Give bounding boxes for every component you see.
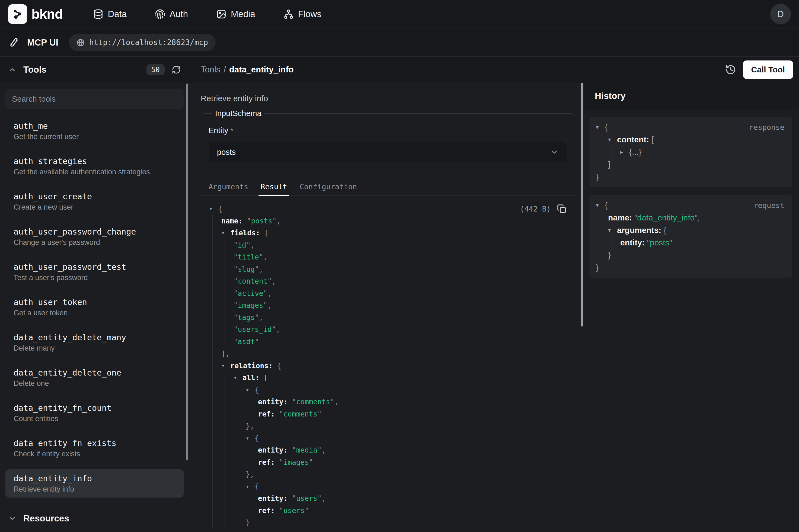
tool-list-item[interactable]: data_entity_delete_many Delete many — [5, 328, 184, 357]
indent-guide — [225, 516, 237, 529]
result-json-meta: (442 B) — [520, 204, 567, 214]
tool-name: data_entity_delete_many — [14, 332, 175, 343]
json-line: ▾{ — [209, 203, 567, 215]
tools-title: Tools — [23, 64, 46, 75]
history-entry-card[interactable]: response ▾{▾content: [▸{...}]} — [589, 117, 792, 187]
tool-list-item[interactable]: auth_user_create Create a new user — [5, 187, 184, 215]
tab[interactable]: Configuration — [300, 178, 357, 195]
json-tokens: { — [255, 384, 259, 396]
json-tokens: {...} — [629, 146, 642, 158]
json-tokens: "asdf" — [233, 336, 259, 348]
expand-resources-button[interactable] — [8, 514, 16, 522]
json-line: } — [596, 171, 785, 183]
resources-section-header[interactable]: Resources — [0, 505, 189, 532]
indent-guide — [237, 420, 249, 432]
nav-item-flows[interactable]: Flows — [283, 9, 321, 19]
indent-guide — [249, 505, 261, 517]
tool-name: auth_user_token — [14, 297, 175, 308]
collapse-tools-button[interactable] — [8, 65, 16, 74]
tool-list-item[interactable]: data_entity_fn_exists Check if entity ex… — [5, 434, 184, 462]
json-line: ] — [596, 158, 785, 171]
indent-guide — [249, 408, 261, 420]
tab[interactable]: Result — [261, 178, 287, 195]
json-line: }, — [209, 420, 567, 432]
indent-guide — [237, 456, 249, 469]
json-line: "images", — [209, 299, 567, 311]
tool-list-item[interactable]: auth_strategies Get the available authen… — [5, 152, 184, 180]
json-tokens: { — [218, 203, 222, 215]
json-line: name: "posts", — [209, 215, 567, 227]
history-title: History — [595, 91, 626, 101]
json-tokens: "title", — [233, 251, 267, 263]
json-tokens: } — [596, 171, 598, 183]
json-line: ], — [209, 348, 567, 360]
json-tokens: all: [ — [243, 372, 268, 384]
main-scrollbar-thumb[interactable] — [581, 83, 583, 326]
tool-name: auth_strategies — [14, 156, 175, 167]
indent-guide — [225, 287, 237, 300]
chevron-up-icon — [8, 65, 16, 74]
history-entry-card[interactable]: request ▾{name: "data_entity_info",▾argu… — [589, 195, 792, 278]
nav-label: Flows — [298, 9, 321, 19]
search-input[interactable] — [5, 89, 184, 109]
bknd-logo[interactable]: bknd — [8, 4, 63, 24]
tool-list-item[interactable]: auth_user_token Get a user token — [5, 293, 184, 321]
indent-guide — [237, 432, 249, 444]
tab[interactable]: Arguments — [209, 178, 248, 195]
caret-expanded-icon[interactable]: ▾ — [596, 121, 605, 133]
indent-guide — [225, 299, 237, 311]
indent-guide — [212, 420, 225, 432]
json-tokens: ref: "users" — [258, 505, 309, 517]
tool-name: data_entity_info — [14, 473, 175, 484]
tab-label: Arguments — [209, 183, 248, 191]
copy-button[interactable] — [557, 204, 567, 214]
indent-guide — [212, 275, 225, 287]
tool-list-item[interactable]: auth_user_password_change Change a user'… — [5, 223, 184, 251]
user-avatar[interactable]: D — [770, 4, 791, 24]
bknd-logo-icon — [8, 4, 27, 24]
json-line: } — [209, 516, 567, 529]
tool-list-item[interactable]: data_entity_delete_one Delete one — [5, 364, 184, 392]
indent-guide — [225, 505, 237, 517]
history-button[interactable] — [725, 64, 736, 75]
tab-bar: Arguments Result Configuration — [201, 178, 575, 196]
json-line: ▾{ — [209, 432, 567, 444]
nav-item-data[interactable]: Data — [93, 9, 127, 19]
call-tool-button[interactable]: Call Tool — [743, 60, 793, 79]
tool-list-item[interactable]: data_entity_info Retrieve entity info — [5, 469, 184, 498]
nav-label: Data — [108, 9, 127, 19]
tool-name: data_entity_fn_exists — [14, 438, 175, 449]
indent-guide — [212, 311, 225, 324]
entity-select[interactable]: posts — [209, 142, 567, 162]
tool-list-item[interactable]: auth_me Get the current user — [5, 117, 184, 145]
indent-guide — [599, 146, 611, 158]
indent-guide — [212, 480, 225, 493]
caret-expanded-icon[interactable]: ▾ — [209, 203, 218, 215]
json-tokens: "active", — [233, 287, 272, 300]
indent-guide — [225, 444, 237, 456]
tool-name: auth_me — [14, 120, 175, 132]
nav-item-auth[interactable]: Auth — [155, 9, 188, 19]
breadcrumb-tools-link[interactable]: Tools — [201, 65, 220, 75]
chevron-down-icon — [8, 514, 16, 522]
tool-name: auth_user_password_change — [14, 226, 175, 238]
tool-name: data_entity_delete_one — [14, 367, 175, 379]
tool-description: Create a new user — [14, 202, 175, 212]
caret-expanded-icon[interactable]: ▾ — [596, 199, 605, 211]
json-line: ref: "comments" — [209, 408, 567, 420]
nav-item-media[interactable]: Media — [216, 9, 255, 19]
tool-list-item[interactable]: auth_user_password_test Test a user's pa… — [5, 258, 184, 286]
brand-name: bknd — [32, 6, 63, 22]
refresh-tools-button[interactable] — [172, 65, 181, 74]
mcp-logo-icon — [9, 37, 21, 48]
sidebar-scrollbar-thumb[interactable] — [186, 83, 188, 460]
resources-title: Resources — [23, 513, 69, 524]
indent-guide — [237, 384, 249, 396]
indent-guide — [225, 432, 237, 444]
result-size: (442 B) — [520, 205, 551, 213]
tool-list-item[interactable]: data_entity_fn_count Count entities — [5, 399, 184, 427]
indent-guide — [225, 468, 237, 480]
json-line: "slug", — [209, 263, 567, 276]
indent-guide — [212, 408, 225, 420]
mcp-url-pill[interactable]: http://localhost:28623/mcp — [69, 34, 216, 51]
